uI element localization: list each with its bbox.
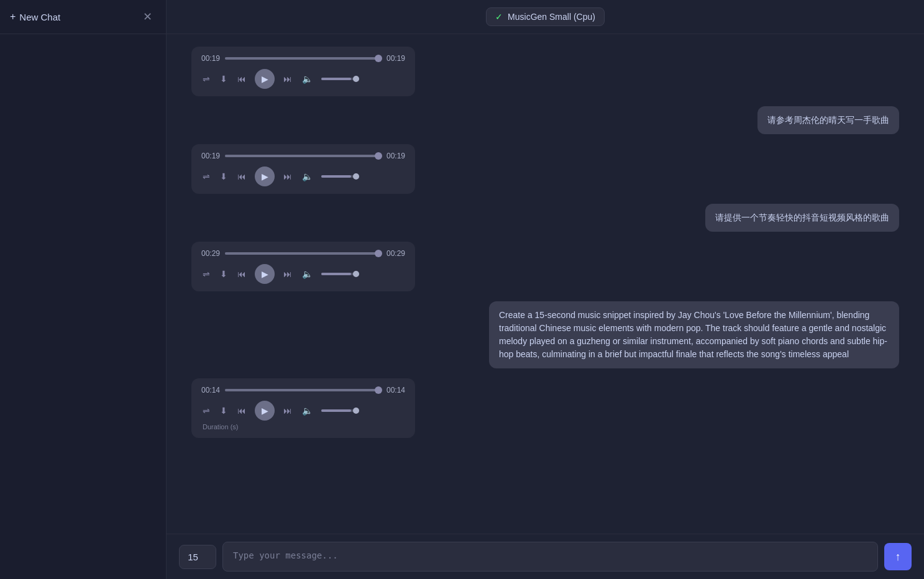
volume-thumb-3 [353,271,359,277]
audio-progress-thumb-4 [375,386,382,394]
audio-time-start-3: 00:29 [201,249,220,258]
shuffle-button-1[interactable]: ⇌ [201,73,211,85]
audio-progress-row-4: 00:14 00:14 [201,386,405,394]
audio-progress-thumb-1 [375,55,382,62]
volume-bar-4[interactable] [321,409,359,412]
download-button-3[interactable]: ⬇ [219,268,229,280]
model-selector[interactable]: ✓ MusicGen Small (Cpu) [486,7,605,26]
audio-progress-row-1: 00:19 00:19 [201,54,405,63]
volume-fill-3 [321,273,351,275]
audio-controls-2: ⇌ ⬇ ⏮ ▶ ⏭ 🔈 [201,166,405,186]
fast-forward-button-2[interactable]: ⏭ [282,170,293,183]
play-button-4[interactable]: ▶ [255,401,275,421]
audio-progress-bar-4[interactable] [225,389,382,391]
topbar: ✓ MusicGen Small (Cpu) [167,0,924,34]
message-input[interactable] [222,542,878,572]
volume-bar-1[interactable] [321,78,359,80]
audio-time-end-4: 00:14 [387,386,405,394]
volume-fill-1 [321,78,351,80]
user-message-text-2: 请提供一个节奏轻快的抖音短视频风格的歌曲 [715,212,889,222]
audio-progress-fill-2 [225,155,382,157]
input-area: ↑ [167,534,924,579]
volume-thumb-2 [353,173,359,180]
duration-label: Duration (s) [201,423,405,431]
play-button-1[interactable]: ▶ [255,69,275,89]
plus-icon: + [10,11,16,22]
user-message-3: Create a 15-second music snippet inspire… [489,301,899,368]
rewind-button-1[interactable]: ⏮ [236,73,247,85]
audio-progress-bar-1[interactable] [225,57,382,60]
audio-progress-fill-4 [225,389,382,391]
new-chat-button[interactable]: + New Chat [10,9,60,25]
audio-progress-fill-3 [225,252,382,255]
sidebar-content [0,34,166,579]
rewind-button-2[interactable]: ⏮ [236,170,247,183]
user-message-1: 请参考周杰伦的晴天写一手歌曲 [757,106,899,134]
audio-time-end-2: 00:19 [387,152,405,160]
audio-player-1: 00:19 00:19 ⇌ ⬇ ⏮ ▶ ⏭ 🔈 [191,47,415,96]
volume-bar-3[interactable] [321,273,359,275]
new-chat-label: New Chat [19,12,60,22]
user-message-text-3: Create a 15-second music snippet inspire… [499,310,887,359]
volume-thumb-1 [353,76,359,82]
audio-controls-1: ⇌ ⬇ ⏮ ▶ ⏭ 🔈 [201,69,405,89]
audio-progress-thumb-3 [375,250,382,257]
volume-button-2[interactable]: 🔈 [301,170,314,183]
audio-player-2: 00:19 00:19 ⇌ ⬇ ⏮ ▶ ⏭ 🔈 [191,144,415,194]
model-label: MusicGen Small (Cpu) [508,12,595,22]
play-button-3[interactable]: ▶ [255,264,275,284]
user-message-text-1: 请参考周杰伦的晴天写一手歌曲 [767,115,889,125]
rewind-button-3[interactable]: ⏮ [236,268,247,280]
main-panel: ✓ MusicGen Small (Cpu) 00:19 00:19 ⇌ ⬇ ⏮… [167,0,924,579]
audio-time-start-1: 00:19 [201,54,220,63]
audio-time-start-4: 00:14 [201,386,220,394]
volume-button-4[interactable]: 🔈 [301,404,314,417]
audio-controls-3: ⇌ ⬇ ⏮ ▶ ⏭ 🔈 [201,264,405,284]
duration-input-wrap [179,545,216,569]
fast-forward-button-3[interactable]: ⏭ [282,268,293,280]
send-icon: ↑ [895,550,901,563]
volume-button-1[interactable]: 🔈 [301,73,314,85]
audio-progress-thumb-2 [375,152,382,160]
rewind-button-4[interactable]: ⏮ [236,404,247,417]
volume-button-3[interactable]: 🔈 [301,268,314,280]
shuffle-button-3[interactable]: ⇌ [201,268,211,280]
audio-player-3: 00:29 00:29 ⇌ ⬇ ⏮ ▶ ⏭ 🔈 [191,242,415,291]
audio-time-end-3: 00:29 [387,249,405,258]
fast-forward-button-1[interactable]: ⏭ [282,73,293,85]
fast-forward-button-4[interactable]: ⏭ [282,404,293,417]
check-icon: ✓ [495,12,503,22]
play-button-2[interactable]: ▶ [255,166,275,186]
audio-player-4: 00:14 00:14 ⇌ ⬇ ⏮ ▶ ⏭ 🔈 Duration (s) [191,378,415,438]
download-button-4[interactable]: ⬇ [219,404,229,417]
audio-progress-bar-3[interactable] [225,252,382,255]
download-button-1[interactable]: ⬇ [219,73,229,85]
volume-bar-2[interactable] [321,175,359,178]
chat-messages: 00:19 00:19 ⇌ ⬇ ⏮ ▶ ⏭ 🔈 [167,34,924,534]
audio-time-end-1: 00:19 [387,54,405,63]
duration-input[interactable] [179,545,216,569]
volume-fill-2 [321,175,351,178]
shuffle-button-2[interactable]: ⇌ [201,170,211,183]
send-button[interactable]: ↑ [884,543,912,570]
volume-thumb-4 [353,408,359,414]
sidebar-header: + New Chat ✕ [0,0,166,34]
sidebar: + New Chat ✕ [0,0,167,579]
audio-progress-bar-2[interactable] [225,155,382,157]
user-message-2: 请提供一个节奏轻快的抖音短视频风格的歌曲 [705,204,899,232]
close-sidebar-button[interactable]: ✕ [139,9,156,25]
audio-time-start-2: 00:19 [201,152,220,160]
audio-progress-row-2: 00:19 00:19 [201,152,405,160]
audio-progress-fill-1 [225,57,382,60]
audio-controls-4: ⇌ ⬇ ⏮ ▶ ⏭ 🔈 [201,401,405,421]
volume-fill-4 [321,409,351,412]
download-button-2[interactable]: ⬇ [219,170,229,183]
shuffle-button-4[interactable]: ⇌ [201,404,211,417]
audio-progress-row-3: 00:29 00:29 [201,249,405,258]
